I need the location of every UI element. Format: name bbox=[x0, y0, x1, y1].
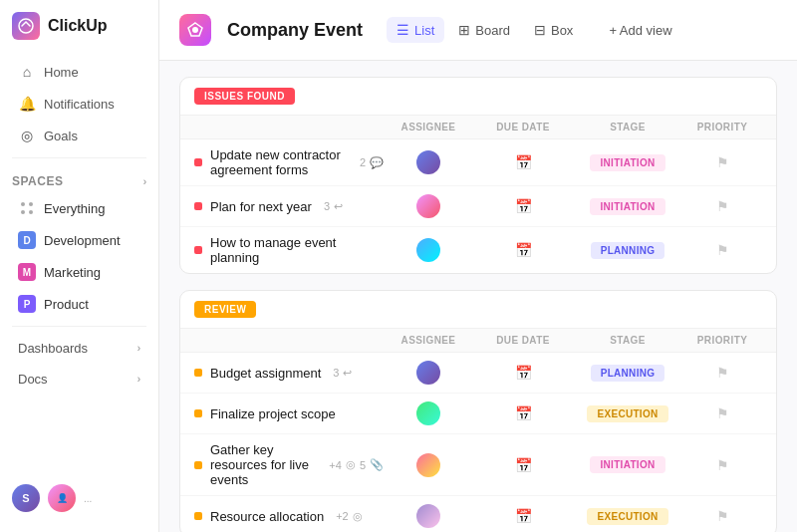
task-status-dot bbox=[194, 246, 202, 254]
header: Company Event ☰ List ⊞ Board ⊟ Box + Add… bbox=[159, 0, 797, 61]
task-badges: 3↩ bbox=[324, 200, 343, 213]
avatar bbox=[416, 238, 440, 262]
home-label: Home bbox=[44, 65, 79, 80]
table-row[interactable]: Budget assignment 3↩ 📅 PLANNING ⚑ bbox=[180, 353, 776, 394]
docs-label: Docs bbox=[18, 372, 48, 387]
table-row[interactable]: Finalize project scope 📅 EXECUTION ⚑ bbox=[180, 394, 776, 434]
due-date-cell[interactable]: 📅 bbox=[473, 457, 573, 473]
dashboards-chevron: › bbox=[137, 343, 140, 354]
goals-icon: ◎ bbox=[18, 128, 36, 143]
marketing-badge: M bbox=[18, 263, 36, 281]
assignee-cell bbox=[384, 238, 473, 262]
task-badge: 5 bbox=[360, 459, 366, 471]
table-row[interactable]: Gather key resources for live events +4◎… bbox=[180, 434, 776, 496]
everything-icon bbox=[18, 199, 36, 217]
stage-cell[interactable]: PLANNING bbox=[573, 242, 682, 259]
stage-cell[interactable]: PLANNING bbox=[573, 365, 682, 382]
tab-box-label: Box bbox=[551, 23, 573, 38]
sidebar-item-dashboards[interactable]: Dashboards › bbox=[6, 334, 152, 363]
tab-board-label: Board bbox=[475, 23, 510, 38]
calendar-icon: 📅 bbox=[515, 365, 532, 381]
task-badge: +2 bbox=[336, 510, 349, 522]
sidebar-item-docs[interactable]: Docs › bbox=[6, 365, 152, 394]
priority-cell[interactable]: ⚑ bbox=[682, 405, 762, 421]
stage-badge: PLANNING bbox=[591, 365, 665, 382]
calendar-icon: 📅 bbox=[515, 198, 532, 214]
task-name-cell: Finalize project scope bbox=[194, 406, 384, 421]
task-name: Plan for next year bbox=[210, 199, 312, 214]
sidebar: ClickUp ⌂ Home 🔔 Notifications ◎ Goals S… bbox=[0, 0, 159, 532]
stage-cell[interactable]: INITIATION bbox=[573, 198, 682, 215]
sidebar-item-home[interactable]: ⌂ Home bbox=[6, 57, 152, 87]
task-name-cell: Budget assignment 3↩ bbox=[194, 366, 384, 381]
logo-text: ClickUp bbox=[48, 17, 108, 35]
section-review: REVIEW ASSIGNEE DUE DATE STAGE PRIORITY … bbox=[179, 290, 777, 532]
task-badge: +4 bbox=[329, 459, 342, 471]
task-name: How to manage event planning bbox=[210, 235, 372, 265]
logo[interactable]: ClickUp bbox=[0, 12, 158, 56]
priority-flag-icon: ⚑ bbox=[716, 457, 729, 473]
table-row[interactable]: How to manage event planning 📅 PLANNING … bbox=[180, 227, 776, 273]
table-row[interactable]: Plan for next year 3↩ 📅 INITIATION ⚑ bbox=[180, 186, 776, 227]
sidebar-item-product[interactable]: P Product bbox=[6, 289, 152, 319]
sidebar-item-notifications[interactable]: 🔔 Notifications bbox=[6, 89, 152, 119]
due-date-cell[interactable]: 📅 bbox=[473, 154, 573, 170]
table-row[interactable]: Resource allocation +2◎ 📅 EXECUTION ⚑ bbox=[180, 496, 776, 532]
due-date-cell[interactable]: 📅 bbox=[473, 405, 573, 421]
product-badge: P bbox=[18, 295, 36, 313]
avatar bbox=[416, 150, 440, 174]
project-icon bbox=[179, 14, 211, 46]
task-status-dot bbox=[194, 158, 202, 166]
board-icon: ⊞ bbox=[458, 22, 470, 38]
priority-cell[interactable]: ⚑ bbox=[682, 365, 762, 381]
add-view-button[interactable]: + Add view bbox=[599, 18, 681, 43]
task-status-dot bbox=[194, 512, 202, 520]
logo-icon bbox=[12, 12, 40, 40]
user-profile[interactable]: S 👤 ... bbox=[0, 476, 158, 520]
assignee-cell bbox=[384, 504, 473, 528]
priority-cell[interactable]: ⚑ bbox=[682, 457, 762, 473]
due-date-cell[interactable]: 📅 bbox=[473, 242, 573, 258]
task-badge: 3 bbox=[324, 200, 330, 212]
priority-flag-icon: ⚑ bbox=[716, 508, 729, 524]
priority-flag-icon: ⚑ bbox=[716, 242, 729, 258]
assignee-cell bbox=[384, 453, 473, 477]
col-stage: STAGE bbox=[573, 122, 682, 133]
avatar-s: S bbox=[12, 484, 40, 512]
sidebar-item-goals[interactable]: ◎ Goals bbox=[6, 121, 152, 150]
tab-list[interactable]: ☰ List bbox=[387, 17, 444, 43]
everything-label: Everything bbox=[44, 201, 105, 216]
task-name: Gather key resources for live events bbox=[210, 442, 317, 487]
section-header-issues: ISSUES FOUND bbox=[180, 78, 776, 116]
due-date-cell[interactable]: 📅 bbox=[473, 198, 573, 214]
tab-box[interactable]: ⊟ Box bbox=[524, 17, 583, 43]
table-column-headers: ASSIGNEE DUE DATE STAGE PRIORITY bbox=[180, 329, 776, 353]
calendar-icon: 📅 bbox=[515, 154, 532, 170]
due-date-cell[interactable]: 📅 bbox=[473, 365, 573, 381]
user-dots: ... bbox=[84, 493, 92, 504]
sidebar-item-development[interactable]: D Development bbox=[6, 225, 152, 255]
calendar-icon: 📅 bbox=[515, 405, 532, 421]
stage-cell[interactable]: EXECUTION bbox=[573, 405, 682, 422]
task-badge: 📎 bbox=[370, 458, 384, 471]
calendar-icon: 📅 bbox=[515, 242, 532, 258]
stage-cell[interactable]: INITIATION bbox=[573, 456, 682, 473]
table-row[interactable]: Update new contractor agreement forms 2💬… bbox=[180, 139, 776, 186]
section-badge-review: REVIEW bbox=[194, 301, 256, 318]
svg-point-4 bbox=[29, 210, 33, 214]
col-due-date: DUE DATE bbox=[473, 122, 573, 133]
sidebar-item-marketing[interactable]: M Marketing bbox=[6, 257, 152, 287]
section-header-review: REVIEW bbox=[180, 291, 776, 329]
tab-board[interactable]: ⊞ Board bbox=[448, 17, 520, 43]
stage-cell[interactable]: EXECUTION bbox=[573, 508, 682, 525]
priority-cell[interactable]: ⚑ bbox=[682, 154, 762, 170]
task-status-dot bbox=[194, 202, 202, 210]
list-icon: ☰ bbox=[397, 22, 409, 38]
priority-cell[interactable]: ⚑ bbox=[682, 242, 762, 258]
due-date-cell[interactable]: 📅 bbox=[473, 508, 573, 524]
svg-point-6 bbox=[192, 27, 198, 33]
priority-cell[interactable]: ⚑ bbox=[682, 508, 762, 524]
sidebar-item-everything[interactable]: Everything bbox=[6, 193, 152, 223]
stage-cell[interactable]: INITIATION bbox=[573, 154, 682, 171]
priority-cell[interactable]: ⚑ bbox=[682, 198, 762, 214]
